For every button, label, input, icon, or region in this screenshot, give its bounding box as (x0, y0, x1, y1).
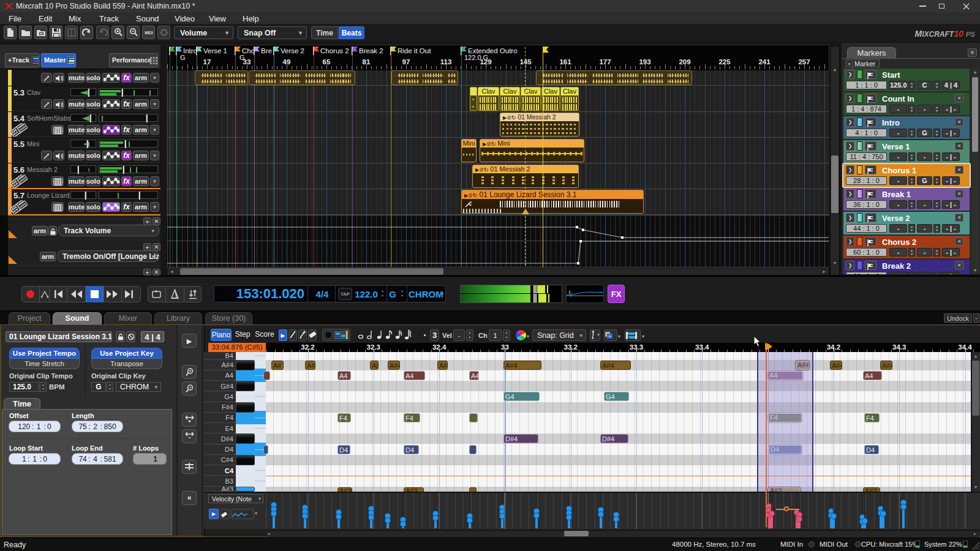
svg-text:MIDI: MIDI (145, 31, 153, 35)
svg-text:+: + (608, 334, 611, 339)
